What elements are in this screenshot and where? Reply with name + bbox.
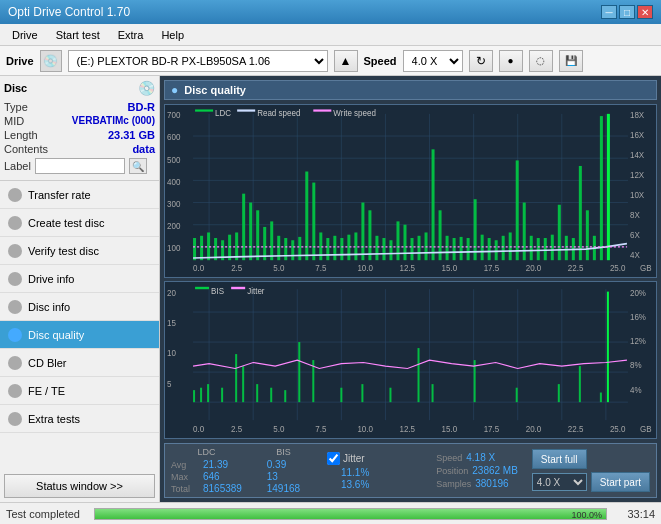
total-bis: 149168 (267, 483, 300, 494)
total-ldc: 8165389 (203, 483, 242, 494)
svg-text:10: 10 (167, 348, 176, 359)
svg-rect-76 (502, 236, 505, 260)
disc-label-input[interactable] (35, 158, 125, 174)
jitter-checkbox-label[interactable]: Jitter (327, 452, 369, 465)
jitter-label: Jitter (343, 453, 365, 464)
menu-help[interactable]: Help (153, 25, 192, 45)
svg-text:GB: GB (640, 423, 652, 434)
sidebar-item-drive-info[interactable]: Drive info (0, 265, 159, 293)
svg-text:4%: 4% (630, 384, 642, 395)
svg-rect-57 (368, 210, 371, 260)
refresh-button[interactable]: ↻ (469, 50, 493, 72)
panel-title: Disc quality (184, 84, 246, 96)
nav-label-fe-te: FE / TE (28, 385, 65, 397)
content-area: ● Disc quality (160, 76, 661, 502)
max-bis: 13 (267, 471, 300, 482)
svg-text:Jitter: Jitter (247, 285, 264, 296)
svg-rect-168 (195, 287, 209, 289)
nav-icon-transfer-rate (8, 188, 22, 202)
sidebar-item-fe-te[interactable]: FE / TE (0, 377, 159, 405)
nav-icon-drive-info (8, 272, 22, 286)
save-button[interactable]: 💾 (559, 50, 583, 72)
svg-rect-81 (537, 238, 540, 260)
speed-select-small[interactable]: 4.0 X (532, 473, 587, 491)
status-window-button[interactable]: Status window >> (4, 474, 155, 498)
speed-select[interactable]: 4.0 X 1.0 X 2.0 X 8.0 X (403, 50, 463, 72)
progress-text: 100.0% (571, 509, 602, 521)
svg-rect-59 (382, 238, 385, 260)
menu-start-test[interactable]: Start test (48, 25, 108, 45)
eject-button[interactable]: ▲ (334, 50, 358, 72)
svg-text:20.0: 20.0 (526, 263, 542, 273)
nav-icon-disc-quality (8, 328, 22, 342)
svg-rect-51 (326, 238, 329, 260)
menu-drive[interactable]: Drive (4, 25, 46, 45)
nav-icon-cd-bler (8, 356, 22, 370)
sidebar-item-cd-bler[interactable]: CD Bler (0, 349, 159, 377)
svg-text:12X: 12X (630, 170, 645, 180)
nav-label-transfer-rate: Transfer rate (28, 189, 91, 201)
max-jitter: 13.6% (341, 479, 369, 490)
disc-icon: 💿 (138, 80, 155, 96)
sidebar-item-disc-info[interactable]: Disc info (0, 293, 159, 321)
svg-text:300: 300 (167, 199, 181, 209)
drive-select[interactable]: (E:) PLEXTOR BD-R PX-LB950SA 1.06 (68, 50, 328, 72)
svg-text:15.0: 15.0 (442, 263, 458, 273)
svg-text:4X: 4X (630, 250, 640, 260)
svg-rect-49 (312, 183, 315, 261)
svg-text:5.0: 5.0 (273, 423, 284, 434)
menu-extra[interactable]: Extra (110, 25, 152, 45)
svg-text:5: 5 (167, 378, 172, 389)
minimize-button[interactable]: ─ (601, 5, 617, 19)
svg-rect-170 (231, 287, 245, 289)
jitter-checkbox[interactable] (327, 452, 340, 465)
svg-text:14X: 14X (630, 150, 645, 160)
svg-rect-53 (340, 238, 343, 260)
speed-header: Speed (436, 453, 462, 463)
svg-text:6X: 6X (630, 230, 640, 240)
svg-text:700: 700 (167, 110, 181, 120)
maximize-button[interactable]: □ (619, 5, 635, 19)
max-ldc: 646 (203, 471, 220, 482)
sidebar-item-verify-test-disc[interactable]: Verify test disc (0, 237, 159, 265)
svg-text:7.5: 7.5 (315, 263, 326, 273)
svg-rect-56 (361, 203, 364, 261)
disc-label-button[interactable]: 🔍 (129, 158, 147, 174)
svg-rect-75 (495, 240, 498, 260)
svg-text:Read speed: Read speed (257, 108, 300, 118)
svg-rect-40 (249, 203, 252, 261)
svg-rect-58 (375, 236, 378, 260)
svg-text:100: 100 (167, 243, 181, 253)
sidebar-item-disc-quality[interactable]: Disc quality (0, 321, 159, 349)
panel-header: ● Disc quality (164, 80, 657, 100)
start-part-button[interactable]: Start part (591, 472, 650, 492)
start-full-row: Start full (532, 449, 650, 469)
svg-rect-70 (460, 237, 463, 260)
start-full-button[interactable]: Start full (532, 449, 587, 469)
svg-text:20%: 20% (630, 288, 646, 299)
disc-contents-value: data (132, 143, 155, 155)
svg-rect-82 (544, 238, 547, 260)
svg-rect-90 (600, 116, 603, 260)
sidebar-item-transfer-rate[interactable]: Transfer rate (0, 181, 159, 209)
svg-rect-143 (298, 342, 300, 402)
max-label: Max (171, 472, 199, 482)
svg-text:15: 15 (167, 318, 176, 329)
nav-icon-fe-te (8, 384, 22, 398)
sidebar-item-create-test-disc[interactable]: Create test disc (0, 209, 159, 237)
svg-rect-110 (165, 282, 656, 438)
svg-text:17.5: 17.5 (484, 263, 500, 273)
position-value: 23862 MB (472, 465, 518, 476)
nav-label-disc-quality: Disc quality (28, 329, 84, 341)
svg-text:600: 600 (167, 132, 181, 142)
erase-button[interactable]: ◌ (529, 50, 553, 72)
avg-jitter: 11.1% (341, 467, 369, 478)
sidebar-item-extra-tests[interactable]: Extra tests (0, 405, 159, 433)
svg-rect-45 (284, 238, 287, 260)
close-button[interactable]: ✕ (637, 5, 653, 19)
svg-rect-104 (195, 109, 213, 111)
svg-rect-71 (467, 238, 470, 260)
panel-header-icon: ● (171, 83, 178, 97)
burn-button[interactable]: ● (499, 50, 523, 72)
svg-rect-52 (333, 236, 336, 260)
